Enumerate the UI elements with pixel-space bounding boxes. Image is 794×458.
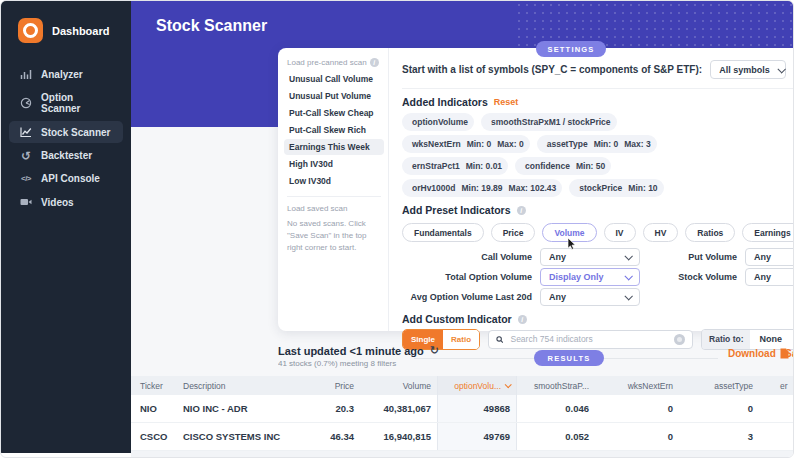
brand[interactable]: Dashboard — [1, 1, 131, 43]
brand-label: Dashboard — [52, 25, 109, 37]
mouse-cursor-icon — [567, 238, 576, 250]
cell-volume: 40,381,067 — [360, 403, 437, 414]
chip-min: Min: 19.89 — [461, 183, 502, 193]
chip-name: confidence — [525, 161, 570, 171]
refresh-icon[interactable] — [430, 344, 439, 357]
sidebar-item-label: API Console — [41, 173, 100, 184]
table-row-partial — [131, 451, 794, 458]
tab-hv[interactable]: HV — [643, 223, 679, 242]
symbols-select[interactable]: All symbols — [710, 60, 786, 79]
field-label-stock-volume: Stock Volume — [648, 272, 737, 282]
col-label: optionVolu... — [454, 381, 501, 391]
call-volume-select[interactable]: Any — [540, 248, 640, 266]
symbols-row: Start with a list of symbols (SPY_C = co… — [402, 60, 794, 79]
sidebar-item-option-scanner[interactable]: Option Scanner — [9, 87, 123, 119]
cell-ticker: NIO — [131, 403, 179, 414]
put-volume-select[interactable]: Any — [745, 248, 794, 266]
sidebar: Dashboard Analyzer Option Scanner Stock … — [1, 1, 131, 453]
option-scanner-icon — [19, 97, 33, 109]
field-label-total-option-volume: Total Option Volume — [402, 272, 532, 282]
tab-earnings[interactable]: Earnings — [742, 223, 794, 242]
select-value: Any — [549, 252, 566, 262]
info-icon[interactable] — [370, 58, 379, 67]
clear-search-icon[interactable] — [674, 334, 685, 345]
col-ticker[interactable]: Ticker — [131, 381, 179, 391]
col-price[interactable]: Price — [283, 381, 360, 391]
select-value: Any — [549, 292, 566, 302]
stock-volume-select[interactable]: Any — [745, 268, 794, 286]
reset-button[interactable]: Reset — [494, 97, 519, 107]
sidebar-item-backtester[interactable]: Backtester — [9, 145, 123, 166]
added-indicator-chips: optionVolume smoothStraPxM1 / stockPrice… — [402, 113, 732, 197]
col-smooth-stra[interactable]: smoothStraP... — [517, 381, 595, 391]
col-ern-stra-partial[interactable]: er — [759, 381, 794, 391]
scan-item-unusual-put-volume[interactable]: Unusual Put Volume — [284, 88, 384, 104]
save-scan-button-partial[interactable]: Sa — [785, 348, 794, 359]
col-wks-next-ern[interactable]: wksNextErn — [595, 381, 679, 391]
scan-item-put-call-skew-cheap[interactable]: Put-Call Skew Cheap — [284, 105, 384, 121]
app-frame: Dashboard Analyzer Option Scanner Stock … — [0, 0, 794, 458]
added-indicators-title: Added Indicators — [402, 96, 488, 108]
select-value: Any — [754, 252, 771, 262]
settings-badge: SETTINGS — [536, 41, 606, 57]
col-volume[interactable]: Volume — [360, 381, 437, 391]
tab-ratios[interactable]: Ratios — [685, 223, 735, 242]
chevron-down-icon — [624, 292, 632, 300]
indicator-chip: ernStraPct1Min: 0.01 — [402, 157, 508, 175]
cell-option-volume: 49868 — [437, 395, 517, 422]
chip-name: ernStraPct1 — [412, 161, 460, 171]
chip-min: Min: 0.01 — [466, 161, 502, 171]
indicator-chip: wksNextErnMin: 0Max: 0 — [402, 135, 530, 153]
field-label-call-volume: Call Volume — [402, 252, 532, 262]
chip-max: Max: 102.43 — [509, 183, 557, 193]
info-icon[interactable] — [517, 206, 526, 215]
table-row[interactable]: NIO NIO INC - ADR 20.3 40,381,067 49868 … — [131, 395, 794, 423]
ratio-to-value: None — [759, 334, 782, 344]
sidebar-item-videos[interactable]: Videos — [9, 191, 123, 213]
chip-name: smoothStraPxM1 / stockPrice — [491, 117, 611, 127]
indicator-chip: smoothStraPxM1 / stockPrice — [481, 113, 617, 131]
page-title: Stock Scanner — [156, 17, 267, 35]
precanned-title: Load pre-canned scan — [287, 58, 367, 67]
sidebar-item-label: Stock Scanner — [41, 127, 110, 138]
col-asset-type[interactable]: assetType — [679, 381, 759, 391]
scan-item-low-iv30d[interactable]: Low IV30d — [284, 173, 384, 189]
scan-panel: Load pre-canned scan Unusual Call Volume… — [278, 48, 389, 331]
symbols-label: Start with a list of symbols (SPY_C = co… — [402, 64, 702, 75]
avg-option-volume-select[interactable]: Any — [540, 288, 640, 306]
chevron-down-icon — [777, 65, 785, 73]
tab-price[interactable]: Price — [491, 223, 536, 242]
indicator-chip: stockPriceMin: 10 — [569, 179, 663, 197]
added-indicators-title-row: Added Indicators Reset — [402, 96, 794, 108]
sidebar-item-label: Videos — [41, 197, 74, 208]
analyzer-icon — [19, 68, 33, 80]
preset-tabs: Fundamentals Price Volume IV HV Ratios E… — [402, 223, 794, 242]
precanned-title-row: Load pre-canned scan — [287, 58, 381, 67]
chip-min: Min: 0 — [467, 139, 492, 149]
tab-label: Volume — [554, 228, 584, 238]
table-row[interactable]: CSCO CISCO SYSTEMS INC 46.34 16,940,815 … — [131, 423, 794, 451]
info-icon[interactable] — [518, 315, 527, 324]
cell-smooth-stra: 0.046 — [517, 403, 595, 414]
scan-item-unusual-call-volume[interactable]: Unusual Call Volume — [284, 71, 384, 87]
download-button[interactable]: Download — [728, 348, 789, 359]
settings-main: Start with a list of symbols (SPY_C = co… — [389, 48, 794, 331]
cell-volume: 16,940,815 — [360, 431, 437, 442]
sidebar-item-api-console[interactable]: API Console — [9, 168, 123, 189]
tab-iv[interactable]: IV — [604, 223, 636, 242]
sidebar-item-stock-scanner[interactable]: Stock Scanner — [9, 121, 123, 143]
col-option-volume-sorted[interactable]: optionVolu... — [437, 376, 517, 395]
sidebar-item-analyzer[interactable]: Analyzer — [9, 63, 123, 85]
sidebar-nav: Analyzer Option Scanner Stock Scanner Ba… — [1, 63, 131, 213]
field-label-avg-option-volume: Avg Option Volume Last 20d — [402, 292, 532, 302]
cell-option-volume: 49769 — [437, 423, 517, 450]
scan-item-put-call-skew-rich[interactable]: Put-Call Skew Rich — [284, 122, 384, 138]
total-option-volume-select[interactable]: Display Only — [540, 268, 640, 286]
divider — [402, 88, 794, 89]
tab-volume[interactable]: Volume — [542, 223, 596, 242]
col-description[interactable]: Description — [179, 381, 283, 391]
scan-item-high-iv30d[interactable]: High IV30d — [284, 156, 384, 172]
tab-fundamentals[interactable]: Fundamentals — [402, 223, 484, 242]
field-label-put-volume: Put Volume — [648, 252, 737, 262]
scan-item-earnings-this-week[interactable]: Earnings This Week — [284, 139, 384, 155]
